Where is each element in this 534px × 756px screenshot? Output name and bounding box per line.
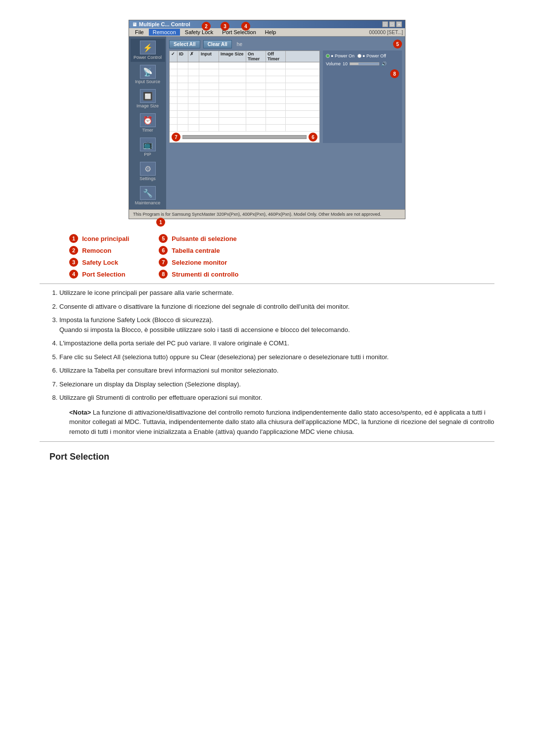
sidebar-input-source[interactable]: 📡 Input Source (131, 63, 165, 86)
menu-right-text: 000000 [SET...] (369, 29, 403, 36)
nota-label: <Nota> (69, 409, 91, 416)
title-bar-title: 🖥 Multiple C... Control (132, 21, 190, 27)
maintenance-icon: 🔧 (140, 186, 156, 200)
legend-item-1: 1 Icone principali (69, 234, 129, 243)
legend-num-4: 4 (69, 270, 78, 279)
toolbar: Select All Clear All he 5 (169, 40, 402, 48)
title-bar: 🖥 Multiple C... Control - □ × (129, 20, 405, 28)
table-row (170, 62, 319, 69)
legend-num-8: 8 (159, 270, 168, 279)
app-window: 🖥 Multiple C... Control - □ × File Remoc… (129, 20, 405, 219)
sidebar-settings[interactable]: ⚙ Settings (131, 160, 165, 183)
instruction-7: Selezionare un display da Display select… (59, 379, 485, 389)
power-off-radio[interactable] (357, 54, 361, 58)
legend-item-5: 5 Pulsante di selezione (159, 234, 238, 243)
minimize-btn[interactable]: - (382, 21, 388, 27)
table-body (170, 62, 319, 132)
sidebar-timer-label: Timer (142, 128, 153, 133)
volume-row: Volume 10 🔊 (326, 61, 399, 66)
instruction-8: Utilizzare gli Strumenti di controllo pe… (59, 393, 485, 403)
volume-slider[interactable] (350, 62, 379, 65)
th-input: Input (199, 51, 219, 62)
table-row (170, 90, 319, 97)
legend-label-8: Strumenti di controllo (172, 271, 238, 278)
legend-col-left: 1 Icone principali 2 Remocon 3 Safety Lo… (69, 234, 129, 279)
legend-item-6: 6 Tabella centrale (159, 246, 238, 255)
right-panel: ● Power On ● Power Off Volume 10 (323, 50, 402, 143)
legend-item-4: 4 Port Selection (69, 270, 129, 279)
sidebar-timer[interactable]: ⏰ Timer (131, 111, 165, 135)
circle-1: 1 (156, 218, 165, 227)
table-row (170, 125, 319, 132)
instruction-3: Imposta la funzione Safety Lock (Blocco … (59, 315, 485, 334)
circle-6: 6 (309, 133, 317, 142)
title-bar-controls[interactable]: - □ × (382, 21, 402, 27)
th-off-timer: Off Timer (266, 51, 286, 62)
sidebar-image-label: Image Size (136, 103, 159, 108)
sidebar-pip-label: PIP (144, 152, 151, 157)
legend-num-7: 7 (159, 258, 168, 267)
legend-label-2: Remocon (82, 247, 111, 254)
legend-item-3: 3 Safety Lock (69, 258, 129, 267)
settings-icon: ⚙ (140, 162, 156, 176)
table-row (170, 118, 319, 125)
close-btn[interactable]: × (396, 21, 402, 27)
power-on-radio[interactable] (326, 54, 330, 58)
table-row (170, 104, 319, 111)
sidebar-maintenance-label: Maintenance (135, 200, 161, 205)
menu-remocon[interactable]: Remocon (149, 29, 180, 36)
sidebar: ⚡ Power Control 📡 Input Source 🔲 Image S… (129, 37, 166, 209)
input-source-icon: 📡 (140, 65, 156, 79)
title-text: Multiple C... Control (139, 21, 190, 27)
sidebar-image-size[interactable]: 🔲 Image Size (131, 87, 165, 110)
sidebar-settings-label: Settings (139, 176, 156, 181)
select-all-button[interactable]: Select All (169, 40, 200, 48)
legend-item-8: 8 Strumenti di controllo (159, 270, 238, 279)
volume-value: 10 (343, 61, 348, 66)
divider-2 (40, 441, 494, 442)
monitor-table: ✓ ID ✗ Input Image Size On Timer Off Tim… (169, 50, 320, 143)
clear-all-button[interactable]: Clear All (203, 40, 232, 48)
nota-text: La funzione di attivazione/disattivazion… (69, 409, 494, 435)
power-off-label: ● Power Off (362, 53, 386, 58)
legend-label-4: Port Selection (82, 271, 125, 278)
timer-icon: ⏰ (140, 113, 156, 127)
sidebar-maintenance[interactable]: 🔧 Maintenance (131, 184, 165, 207)
instructions: Utilizzare le icone principali per passa… (49, 288, 485, 403)
sidebar-power-control[interactable]: ⚡ Power Control (131, 39, 165, 62)
th-check: ✓ (170, 51, 178, 62)
menu-safety-lock[interactable]: Safety Lock (181, 29, 217, 36)
table-header: ✓ ID ✗ Input Image Size On Timer Off Tim… (170, 51, 319, 62)
table-row (170, 111, 319, 118)
menu-help[interactable]: Help (261, 29, 280, 36)
image-size-icon: 🔲 (140, 89, 156, 103)
power-control-icon: ⚡ (140, 41, 156, 54)
volume-label: Volume (326, 61, 341, 66)
table-row (170, 97, 319, 104)
th-on-timer: On Timer (246, 51, 266, 62)
legend-num-6: 6 (159, 246, 168, 255)
power-on-option[interactable]: ● Power On (326, 53, 355, 58)
status-text: This Program is for Samsung SyncMaster 3… (133, 212, 381, 217)
maximize-btn[interactable]: □ (389, 21, 395, 27)
sidebar-power-label: Power Control (134, 55, 162, 60)
circle-4-overlay: 4 (241, 22, 250, 31)
table-row (170, 83, 319, 90)
power-off-option[interactable]: ● Power Off (357, 53, 386, 58)
menu-file[interactable]: File (131, 29, 148, 36)
pip-icon: 📺 (140, 138, 156, 151)
power-on-label: ● Power On (331, 53, 355, 58)
instruction-4: L'impostazione della porta seriale del P… (59, 338, 485, 348)
sidebar-pip[interactable]: 📺 PIP (131, 136, 165, 159)
circle-5: 5 (393, 40, 402, 48)
instruction-6: Utilizzare la Tabella per consultare bre… (59, 366, 485, 376)
legend-num-1: 1 (69, 234, 78, 243)
menu-bar: File Remocon Safety Lock Port Selection … (129, 28, 405, 37)
scrollbar[interactable] (182, 135, 307, 139)
app-body: ⚡ Power Control 📡 Input Source 🔲 Image S… (129, 37, 405, 209)
sidebar-input-label: Input Source (135, 79, 160, 84)
instruction-5: Fare clic su Select All (seleziona tutto… (59, 352, 485, 362)
power-controls: ● Power On ● Power Off (326, 53, 399, 58)
app-icon: 🖥 (132, 22, 137, 27)
circle-2-overlay: 2 (202, 22, 211, 31)
